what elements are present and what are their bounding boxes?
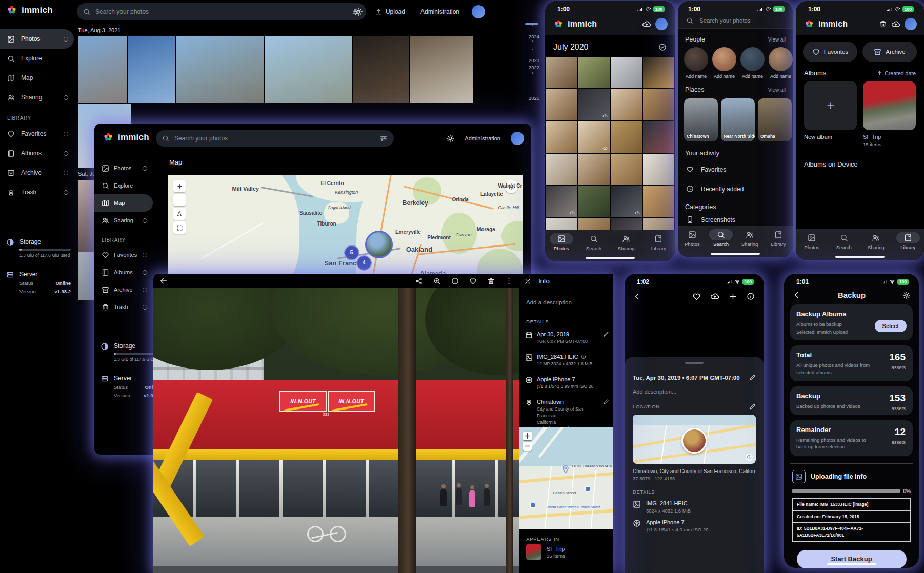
nav-item-library[interactable]: Library [892,232,924,260]
info-mini-map[interactable]: FISHERMAN'S WHARF Beach Street North Poi… [519,427,613,529]
photo-thumbnail[interactable] [578,121,609,153]
edit-location-icon[interactable] [603,399,609,405]
photo-thumbnail[interactable] [546,186,577,217]
sidebar-item-favorites[interactable]: Favorites [0,124,74,144]
info-icon[interactable] [747,292,755,300]
photo-thumbnail[interactable] [546,154,577,185]
map-photo-marker[interactable] [365,231,393,258]
view-all-link[interactable]: View all [768,37,786,43]
upload-button[interactable]: Upload [372,8,408,16]
search-input[interactable] [173,134,375,142]
photo-thumbnail[interactable] [265,36,352,103]
zoom-in-button[interactable] [523,432,532,440]
photo-thumbnail[interactable] [578,89,609,120]
archive-chip[interactable]: Archive [862,42,917,62]
home-indicator[interactable] [586,257,635,259]
search-input[interactable] [94,8,348,16]
scrubber-position[interactable] [525,23,538,25]
sidebar-item-albums[interactable]: Albums [0,144,74,163]
description-field[interactable]: Add a description [526,299,606,314]
photo-thumbnail[interactable] [410,36,473,103]
administration-button[interactable]: Administration [417,8,463,16]
place-card[interactable]: Near North Side [721,98,755,141]
photo-thumbnail[interactable] [353,36,409,103]
sidebar-item-trash[interactable]: Trash [0,182,74,202]
search-bar[interactable] [77,3,366,20]
photo-thumbnail[interactable] [611,154,642,185]
photo-thumbnail[interactable] [643,154,674,185]
sidebar-item-photos[interactable]: Photos [0,29,74,49]
face-photo[interactable] [684,47,708,71]
place-card[interactable]: Chinatown [684,98,718,141]
back-icon[interactable] [633,292,641,301]
photo-thumbnail[interactable] [643,186,674,217]
home-indicator[interactable] [711,253,760,255]
nav-item-photos[interactable]: Photos [678,229,707,257]
location-map[interactable] [633,415,756,464]
select-albums-button[interactable]: Select [875,320,907,332]
search-input[interactable] [698,17,785,24]
nav-item-photos[interactable]: Photos [545,233,577,261]
face-photo[interactable] [769,47,793,71]
face-photo[interactable] [712,47,736,71]
face-photo[interactable] [740,47,765,71]
sidebar-item-trash[interactable]: Trash [94,298,153,316]
album-card-sf-trip[interactable]: SF Trip 15 items [863,81,916,147]
person-face[interactable]: Add name [684,47,708,79]
sidebar-item-albums[interactable]: Albums [94,263,153,281]
search-bar[interactable] [678,13,793,24]
add-icon[interactable] [729,292,737,301]
nav-item-library[interactable]: Library [642,233,675,261]
info-icon[interactable] [451,277,459,285]
nav-item-library[interactable]: Library [764,229,793,257]
recently-added-row[interactable]: Recently added [678,179,793,198]
view-all-link[interactable]: View all [768,87,786,93]
sidebar-item-sharing[interactable]: Sharing [94,212,153,229]
avatar[interactable] [905,18,917,30]
map-cluster-marker[interactable]: 4 [356,255,372,271]
sheet-handle[interactable] [685,362,704,364]
close-icon[interactable] [524,278,531,285]
upload-cloud-icon[interactable] [710,292,719,301]
add-name-label[interactable]: Add name [742,74,763,79]
theme-toggle-icon[interactable] [446,134,454,142]
edit-location-icon[interactable] [749,403,756,410]
description-field[interactable]: Add description... [633,388,756,395]
zoom-out-button[interactable] [523,442,532,451]
sidebar-item-sharing[interactable]: Sharing [0,88,74,107]
photo-thumbnail[interactable] [643,121,674,153]
zoom-in-button[interactable] [173,180,186,192]
sidebar-item-map[interactable]: Map [94,194,153,212]
favorite-icon[interactable] [692,292,701,301]
theme-toggle-icon[interactable] [354,7,363,16]
photo-thumbnail[interactable] [546,89,577,120]
photo-location-marker[interactable] [681,428,707,454]
immich-logo[interactable]: immich [6,5,53,16]
bearing-button[interactable] [173,208,186,220]
photo-thumbnail[interactable] [643,89,674,120]
trash-icon[interactable] [879,20,887,28]
zoom-out-button[interactable] [173,194,186,206]
sidebar-item-map[interactable]: Map [0,68,74,88]
administration-button[interactable]: Administration [461,135,504,142]
zoom-in-icon[interactable] [433,277,441,285]
map-cluster-marker[interactable]: 5 [344,245,359,260]
info-icon[interactable] [581,354,586,359]
filter-icon[interactable] [379,134,388,142]
sidebar-item-archive[interactable]: Archive [0,163,74,182]
backup-cloud-icon[interactable] [891,19,900,29]
backup-cloud-icon[interactable] [642,19,651,29]
sidebar-item-explore[interactable]: Explore [94,177,153,194]
edit-date-icon[interactable] [603,331,609,337]
delete-icon[interactable] [487,277,495,285]
back-icon[interactable] [792,291,801,299]
back-icon[interactable] [159,277,168,285]
settings-gear-icon[interactable] [902,291,911,299]
sidebar-item-favorites[interactable]: Favorites [94,246,153,263]
photo-thumbnail[interactable] [176,36,264,103]
photo-thumbnail[interactable] [611,186,642,217]
home-indicator[interactable] [827,563,876,565]
select-all-icon[interactable] [658,43,667,51]
more-options-icon[interactable] [505,277,513,285]
album-link[interactable]: SF Trip 15 items [526,544,565,560]
